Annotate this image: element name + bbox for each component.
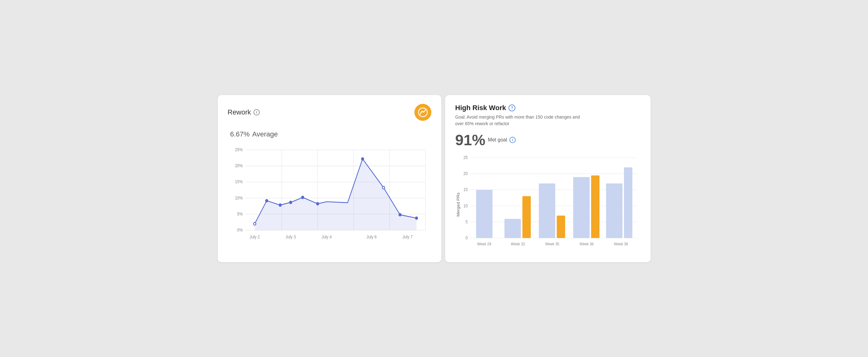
rework-title: Rework — [228, 108, 251, 116]
rework-title-group: Rework i — [228, 108, 260, 116]
svg-text:Merged PRs: Merged PRs — [456, 192, 461, 216]
svg-point-29 — [316, 202, 319, 205]
svg-text:July 4: July 4 — [321, 234, 331, 239]
rework-header: Rework i — [228, 104, 432, 121]
bar-week35-total — [539, 183, 555, 238]
rework-card: Rework i 6.67%Average — [218, 95, 442, 262]
rework-chart-svg: 0% 5% 10% 15% 20% 25% July 2 July 3 July… — [228, 147, 432, 247]
svg-text:5: 5 — [466, 219, 468, 224]
bar-week35-highlight — [557, 215, 565, 238]
svg-text:July 6: July 6 — [366, 234, 376, 239]
high-risk-work-card: High Risk Work ? Goal: Avoid merging PRs… — [445, 95, 650, 262]
svg-text:July 2: July 2 — [249, 234, 259, 239]
bar-chart-svg: 0 5 10 15 20 25 Merged PRs — [455, 154, 640, 255]
hrw-metric: 91% Met goal i — [455, 131, 640, 149]
hrw-title: High Risk Work — [455, 104, 506, 112]
rework-value: 6.67%Average — [228, 123, 432, 139]
svg-text:Week 36: Week 36 — [580, 242, 594, 246]
svg-text:0: 0 — [466, 235, 468, 240]
svg-text:July 7: July 7 — [402, 234, 412, 239]
svg-point-28 — [301, 196, 304, 199]
svg-point-32 — [399, 213, 401, 216]
svg-text:10%: 10% — [235, 195, 243, 200]
bar-week29-total — [476, 190, 493, 238]
dashboard-container: Rework i 6.67%Average — [218, 95, 651, 262]
svg-text:25: 25 — [463, 155, 468, 160]
bar-week38-highlight — [624, 167, 632, 238]
svg-text:20%: 20% — [235, 163, 243, 168]
hrw-title-group: High Risk Work ? — [455, 104, 640, 112]
svg-point-24 — [253, 222, 256, 225]
svg-text:15: 15 — [463, 187, 468, 192]
svg-point-1 — [422, 111, 424, 112]
svg-text:20: 20 — [463, 171, 468, 176]
svg-point-30 — [361, 157, 364, 160]
svg-point-31 — [382, 186, 384, 189]
bar-week32-total — [504, 219, 521, 238]
svg-text:Week 32: Week 32 — [511, 242, 525, 246]
svg-text:25%: 25% — [235, 147, 243, 152]
hrw-percentage: 91% — [455, 131, 485, 149]
svg-point-26 — [279, 204, 281, 206]
svg-text:Week 29: Week 29 — [477, 242, 491, 246]
rework-info-icon[interactable]: i — [253, 109, 260, 115]
svg-text:10: 10 — [463, 203, 468, 208]
hrw-met-goal-info-icon[interactable]: i — [509, 137, 516, 143]
bar-week38-total — [606, 183, 622, 238]
svg-text:Week 38: Week 38 — [614, 242, 628, 246]
rework-percentage: 6.67% — [230, 130, 250, 138]
bar-week36-total — [573, 177, 589, 238]
orange-badge — [414, 104, 431, 121]
hrw-goal-text: Goal: Avoid merging PRs with more than 1… — [455, 114, 581, 127]
svg-text:15%: 15% — [235, 179, 243, 184]
svg-text:Week 35: Week 35 — [545, 242, 559, 246]
hrw-question-icon[interactable]: ? — [508, 105, 516, 111]
bar-week32-highlight — [522, 196, 531, 238]
svg-point-27 — [289, 201, 292, 204]
svg-text:July 3: July 3 — [285, 234, 296, 239]
rework-line-chart: 0% 5% 10% 15% 20% 25% July 2 July 3 July… — [228, 147, 432, 247]
svg-point-33 — [415, 217, 417, 219]
svg-text:0%: 0% — [237, 228, 243, 233]
high-risk-bar-chart: 0 5 10 15 20 25 Merged PRs — [455, 154, 640, 255]
dashboard-icon — [418, 107, 428, 117]
bar-week36-highlight — [591, 175, 599, 238]
rework-average-label: Average — [252, 130, 278, 138]
hrw-met-goal-label: Met goal — [488, 137, 507, 143]
svg-point-25 — [266, 199, 268, 202]
svg-text:5%: 5% — [237, 211, 243, 216]
